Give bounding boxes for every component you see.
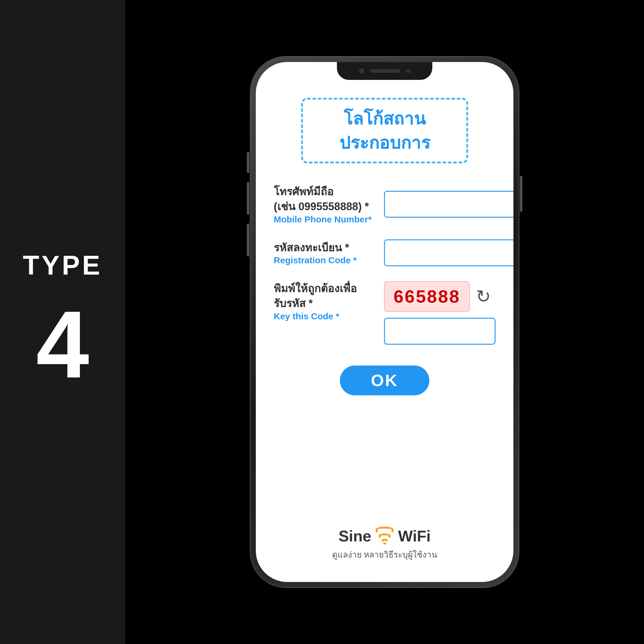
brand-tagline: ดูแลง่าย หลายวิธีระบุผู้ใช้งาน [332,548,437,561]
phone-button-left-3 [247,224,249,256]
phone-notch [337,62,432,80]
mobile-phone-row: โทรศัพท์มีถือ (เช่น 0995558888) * Mobile… [274,184,496,225]
wifi-arc-small [382,539,388,541]
captcha-thai-line2: รับรหัส * [274,296,375,311]
captcha-code: 665888 [394,287,460,306]
captcha-display-row: 665888 ↻ [384,281,496,312]
form-section: โทรศัพท์มีถือ (เช่น 0995558888) * Mobile… [274,184,496,345]
sine-wifi-brand: Sine WiFi [338,527,431,546]
registration-thai: รหัสลงทะเบียน * [274,240,375,255]
screen-content: โลโก้สถาน ประกอบการ โทรศัพท์มีถือ (เช่น … [256,62,513,582]
mobile-phone-input[interactable] [384,191,513,218]
logo-box: โลโก้สถาน ประกอบการ [301,98,468,163]
logo-text: โลโก้สถาน ประกอบการ [339,106,430,155]
number-label: 4 [36,297,89,392]
phone-button-right [520,176,522,212]
phone-screen: โลโก้สถาน ประกอบการ โทรศัพท์มีถือ (เช่น … [256,62,513,582]
page-container: TYPE 4 โล [0,0,644,644]
mobile-phone-label: โทรศัพท์มีถือ (เช่น 0995558888) * Mobile… [274,184,375,225]
wifi-arc-large [376,527,394,532]
registration-code-input[interactable] [384,239,513,266]
notch-dot [406,69,410,73]
captcha-label-en: Key this Code * [274,311,375,321]
registration-en: Registration Code * [274,255,375,265]
ok-button[interactable]: OK [340,366,429,395]
wifi-icon [374,527,395,544]
mobile-label-en: Mobile Phone Number* [274,214,375,225]
right-panel: โลโก้สถาน ประกอบการ โทรศัพท์มีถือ (เช่น … [125,0,644,644]
mobile-thai-line2: (เช่น 0995558888) * [274,199,375,214]
brand-sine: Sine [338,527,371,545]
notch-speaker [370,69,400,73]
mobile-thai-line1: โทรศัพท์มีถือ [274,184,375,199]
captcha-code-box: 665888 [384,281,470,312]
registration-code-row: รหัสลงทะเบียน * Registration Code * [274,239,496,266]
phone-mockup: โลโก้สถาน ประกอบการ โทรศัพท์มีถือ (เช่น … [250,57,519,587]
brand-wifi: WiFi [398,527,431,545]
type-label: TYPE [23,252,102,279]
left-panel: TYPE 4 [0,0,125,644]
captcha-label: พิมพ์ให้ถูกต้องเพื่อ รับรหัส * Key this … [274,281,375,321]
phone-button-left-2 [247,182,249,215]
captcha-right: 665888 ↻ [384,281,496,345]
refresh-icon[interactable]: ↻ [476,286,491,307]
phone-button-left-1 [247,152,249,173]
captcha-thai-line1: พิมพ์ให้ถูกต้องเพื่อ [274,281,375,296]
wifi-dot [383,543,386,544]
captcha-input[interactable] [384,318,496,345]
notch-camera [359,68,364,74]
wifi-arc-medium [379,533,391,538]
sine-wifi-logo: Sine WiFi ดูแลง่าย หลายวิธีระบุผู้ใช้งาน [332,515,437,570]
captcha-row: พิมพ์ให้ถูกต้องเพื่อ รับรหัส * Key this … [274,281,496,345]
registration-label: รหัสลงทะเบียน * Registration Code * [274,240,375,265]
